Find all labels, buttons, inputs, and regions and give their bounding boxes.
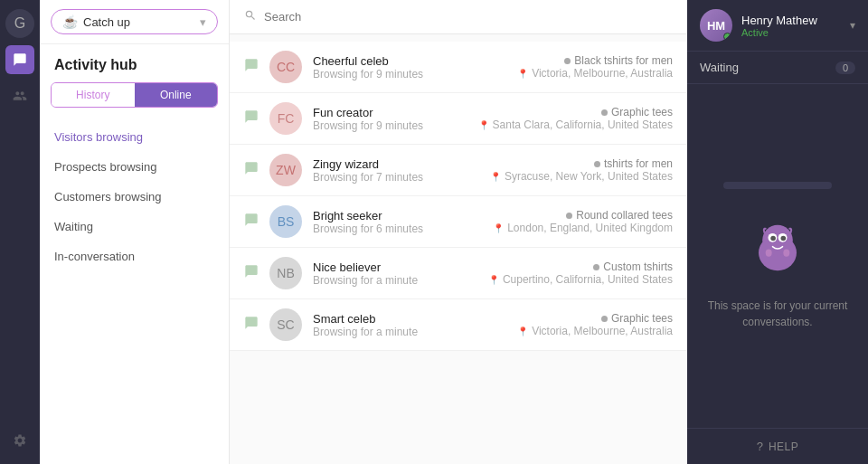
visitor-info: Nice believer Browsing for a minute (313, 260, 477, 287)
tab-group: History Online (51, 82, 218, 108)
user-panel-header: HM Henry Mathew Active ▾ (687, 0, 868, 52)
chat-icon (244, 58, 259, 76)
visitor-meta: Custom tshirts 📍 Cupertino, California, … (488, 260, 673, 286)
chat-icon (244, 213, 259, 231)
visitor-location: 📍 Victoria, Melbourne, Australia (492, 325, 673, 337)
chat-icon (244, 109, 259, 128)
visitor-product: Black tshirts for men (492, 54, 673, 67)
visitor-meta: Graphic tees 📍 Santa Clara, California, … (478, 106, 673, 131)
visitor-row[interactable]: FC Fun creator Browsing for 9 minutes Gr… (230, 93, 687, 145)
right-panel: HM Henry Mathew Active ▾ Waiting 0 (687, 0, 868, 464)
monster-icon (746, 216, 809, 289)
location-pin-icon: 📍 (478, 120, 489, 130)
activity-hub-title: Activity hub (40, 44, 229, 82)
user-status-dot (723, 33, 731, 41)
visitor-time: Browsing for a minute (313, 326, 481, 338)
visitor-row[interactable]: NB Nice believer Browsing for a minute C… (230, 248, 687, 299)
catch-up-button[interactable]: ☕ Catch up ▾ (51, 9, 218, 34)
placeholder-text: This space is for your current conversat… (702, 298, 854, 330)
panel-chevron-icon[interactable]: ▾ (850, 19, 855, 32)
location-pin-icon: 📍 (517, 327, 528, 336)
visitor-time: Browsing for a minute (313, 274, 477, 287)
chat-icon (244, 264, 259, 282)
user-status: Active (741, 27, 817, 38)
visitor-name: Smart celeb (313, 312, 481, 326)
visitor-info: Bright seeker Browsing for 6 minutes (313, 209, 481, 235)
visitor-time: Browsing for 7 minutes (313, 171, 479, 184)
help-icon: ? (757, 440, 763, 453)
help-label: HELP (769, 440, 798, 453)
visitor-row[interactable]: ZW Zingy wizard Browsing for 7 minutes t… (230, 145, 687, 196)
nav-header: ☕ Catch up ▾ (40, 0, 229, 44)
product-dot (566, 213, 572, 219)
visitor-avatar: ZW (269, 154, 302, 186)
visitor-location: 📍 London, England, United Kingdom (492, 222, 673, 234)
visitor-time: Browsing for 6 minutes (313, 223, 481, 235)
visitor-info: Smart celeb Browsing for a minute (313, 312, 481, 338)
help-bar[interactable]: ? HELP (687, 428, 868, 464)
visitor-name: Fun creator (313, 106, 467, 119)
location-pin-icon: 📍 (517, 69, 528, 79)
app-logo: G (5, 9, 34, 38)
waiting-bar: Waiting 0 (687, 52, 868, 84)
visitor-product: Graphic tees (478, 106, 673, 118)
contacts-nav-icon[interactable] (5, 81, 34, 110)
visitor-product: Round collared tees (492, 209, 673, 222)
visitor-avatar: CC (269, 51, 302, 83)
location-pin-icon: 📍 (490, 172, 501, 182)
nav-item-visitors-browsing[interactable]: Visitors browsing (40, 122, 229, 152)
svg-point-5 (781, 236, 787, 241)
visitor-name: Zingy wizard (313, 157, 479, 171)
visitor-product: Graphic tees (492, 312, 673, 325)
chat-nav-icon[interactable] (5, 45, 34, 74)
product-dot (601, 316, 608, 322)
svg-point-4 (770, 236, 776, 241)
main-content: CC Cheerful celeb Browsing for 9 minutes… (230, 0, 687, 464)
visitor-name: Bright seeker (313, 209, 481, 223)
visitor-avatar: SC (269, 308, 302, 341)
svg-point-6 (766, 249, 772, 256)
location-pin-icon: 📍 (493, 223, 504, 233)
chat-icon (244, 316, 259, 334)
catch-up-label: Catch up (83, 15, 130, 29)
nav-item-customers-browsing[interactable]: Customers browsing (40, 182, 229, 212)
visitor-info: Cheerful celeb Browsing for 9 minutes (313, 54, 481, 80)
visitor-meta: Round collared tees 📍 London, England, U… (492, 209, 673, 234)
search-bar (230, 0, 687, 34)
search-icon (244, 9, 257, 24)
location-pin-icon: 📍 (488, 275, 499, 285)
visitor-meta: tshirts for men 📍 Syracuse, New York, Un… (490, 157, 673, 183)
visitor-product: tshirts for men (490, 157, 673, 170)
visitor-meta: Graphic tees 📍 Victoria, Melbourne, Aust… (492, 312, 673, 337)
tab-history[interactable]: History (52, 83, 135, 107)
nav-item-prospects-browsing[interactable]: Prospects browsing (40, 152, 229, 182)
visitor-name: Nice believer (313, 260, 477, 274)
visitor-location: 📍 Syracuse, New York, United States (490, 170, 673, 183)
product-dot (594, 161, 600, 167)
loading-bar (723, 182, 832, 189)
svg-point-7 (783, 249, 789, 256)
visitor-row[interactable]: CC Cheerful celeb Browsing for 9 minutes… (230, 42, 687, 93)
chat-icon (244, 161, 259, 179)
user-avatar: HM (700, 9, 732, 42)
user-info: Henry Mathew Active (741, 14, 817, 38)
visitor-time: Browsing for 9 minutes (313, 68, 481, 80)
visitor-avatar: BS (269, 205, 302, 238)
user-name: Henry Mathew (741, 14, 817, 27)
conversation-placeholder: This space is for your current conversat… (687, 84, 868, 428)
visitor-row[interactable]: SC Smart celeb Browsing for a minute Gra… (230, 299, 687, 351)
visitor-info: Fun creator Browsing for 9 minutes (313, 106, 467, 132)
visitor-list: CC Cheerful celeb Browsing for 9 minutes… (230, 34, 687, 464)
left-nav: ☕ Catch up ▾ Activity hub History Online… (40, 0, 230, 464)
visitor-name: Cheerful celeb (313, 54, 481, 68)
nav-item-waiting[interactable]: Waiting (40, 212, 229, 241)
visitor-row[interactable]: BS Bright seeker Browsing for 6 minutes … (230, 196, 687, 248)
visitor-location: 📍 Victoria, Melbourne, Australia (492, 67, 673, 80)
settings-nav-icon[interactable] (5, 426, 34, 455)
visitor-info: Zingy wizard Browsing for 7 minutes (313, 157, 479, 184)
nav-item-in-conversation[interactable]: In-conversation (40, 241, 229, 271)
tab-online[interactable]: Online (135, 83, 218, 107)
product-dot (593, 264, 599, 270)
visitor-meta: Black tshirts for men 📍 Victoria, Melbou… (492, 54, 673, 80)
search-input[interactable] (264, 10, 673, 24)
